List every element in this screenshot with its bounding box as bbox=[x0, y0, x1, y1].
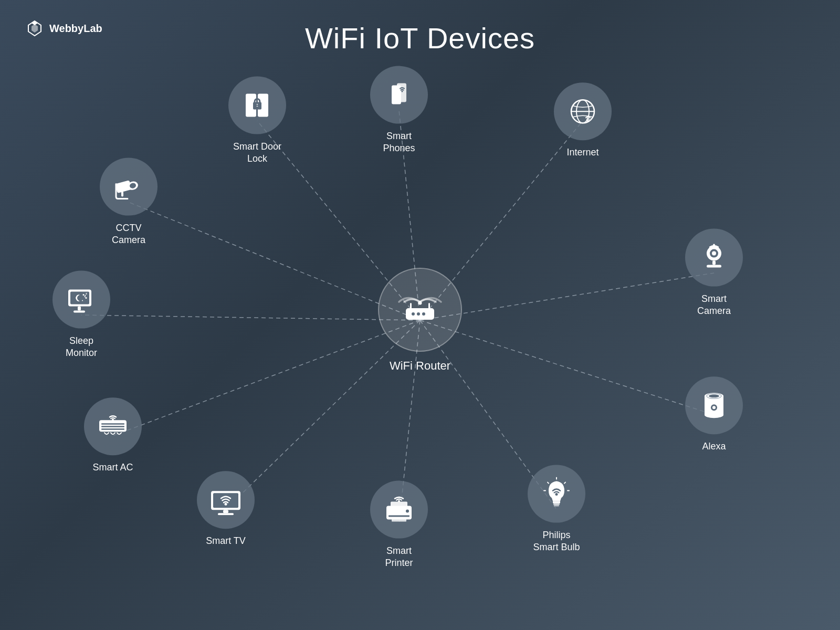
svg-rect-66 bbox=[213, 493, 238, 508]
node-smart-printer: SmartPrinter bbox=[370, 481, 428, 570]
svg-point-64 bbox=[712, 406, 716, 409]
smart-camera-circle bbox=[685, 229, 743, 287]
svg-rect-54 bbox=[101, 423, 124, 425]
internet-circle bbox=[554, 82, 612, 140]
alexa-circle bbox=[685, 376, 743, 434]
svg-rect-72 bbox=[392, 518, 406, 522]
smart-camera-label: SmartCamera bbox=[697, 293, 731, 318]
svg-line-8 bbox=[81, 315, 420, 320]
svg-line-9 bbox=[113, 320, 420, 436]
svg-rect-55 bbox=[101, 426, 124, 427]
smart-phones-circle bbox=[370, 66, 428, 124]
svg-rect-47 bbox=[74, 311, 85, 313]
node-internet: Internet bbox=[554, 82, 612, 159]
sleep-monitor-label: SleepMonitor bbox=[66, 335, 97, 360]
node-wifi-router: WiFi Router bbox=[378, 268, 462, 373]
svg-line-10 bbox=[420, 320, 714, 415]
svg-rect-17 bbox=[428, 303, 430, 309]
svg-point-60 bbox=[705, 412, 723, 418]
smart-printer-circle bbox=[370, 481, 428, 539]
svg-point-61 bbox=[709, 394, 719, 397]
smartphone-icon bbox=[383, 79, 415, 111]
svg-point-19 bbox=[417, 312, 420, 316]
smart-tv-label: Smart TV bbox=[206, 535, 246, 547]
node-sleep-monitor: z z SleepMonitor bbox=[52, 271, 110, 360]
philips-bulb-circle bbox=[528, 465, 585, 523]
door-lock-icon bbox=[242, 90, 273, 121]
svg-line-7 bbox=[420, 273, 714, 320]
cctv-camera-circle bbox=[100, 158, 158, 216]
node-smart-door-lock: Smart DoorLock bbox=[228, 77, 286, 165]
svg-point-33 bbox=[587, 120, 589, 122]
svg-rect-56 bbox=[101, 428, 124, 430]
ac-icon bbox=[96, 413, 130, 440]
svg-point-69 bbox=[225, 503, 227, 506]
svg-line-6 bbox=[129, 202, 420, 320]
node-smart-tv: Smart TV bbox=[197, 471, 255, 547]
node-alexa: Alexa bbox=[685, 376, 743, 453]
svg-point-75 bbox=[406, 510, 409, 513]
router-label: WiFi Router bbox=[390, 359, 450, 373]
diagram-container: .dashed-line { stroke: #aab5c0; stroke-w… bbox=[0, 68, 840, 630]
svg-rect-78 bbox=[554, 505, 559, 507]
svg-rect-16 bbox=[410, 303, 412, 309]
svg-line-81 bbox=[564, 482, 565, 484]
page-title: WiFi IoT Devices bbox=[0, 21, 840, 55]
smart-door-lock-label: Smart DoorLock bbox=[233, 141, 281, 165]
internet-label: Internet bbox=[566, 146, 598, 159]
node-smart-camera: SmartCamera bbox=[685, 229, 743, 318]
svg-point-14 bbox=[418, 301, 422, 305]
cctv-icon bbox=[112, 173, 145, 201]
svg-text:z: z bbox=[86, 292, 87, 295]
bulb-icon bbox=[541, 477, 572, 511]
svg-point-26 bbox=[257, 104, 259, 107]
philips-bulb-label: PhilipsSmart Bulb bbox=[533, 529, 580, 554]
svg-rect-76 bbox=[553, 501, 560, 503]
sleep-monitor-circle: z z bbox=[52, 271, 110, 329]
smart-tv-circle bbox=[197, 471, 255, 529]
svg-rect-37 bbox=[121, 192, 123, 197]
svg-point-57 bbox=[112, 418, 114, 421]
svg-rect-41 bbox=[712, 261, 716, 265]
node-smart-phones: SmartPhones bbox=[370, 66, 428, 155]
smart-ac-circle bbox=[84, 397, 142, 455]
svg-point-40 bbox=[712, 251, 716, 256]
svg-point-74 bbox=[398, 500, 400, 502]
svg-rect-67 bbox=[223, 510, 228, 513]
smart-ac-label: Smart AC bbox=[92, 461, 133, 474]
sleep-icon: z z bbox=[65, 285, 98, 315]
svg-point-79 bbox=[555, 493, 558, 496]
smart-phones-label: SmartPhones bbox=[383, 130, 415, 155]
svg-point-18 bbox=[412, 312, 415, 316]
svg-point-25 bbox=[255, 104, 257, 107]
webcam-icon bbox=[698, 242, 730, 274]
tv-icon bbox=[208, 485, 243, 515]
svg-rect-73 bbox=[388, 516, 410, 517]
alexa-label: Alexa bbox=[702, 440, 726, 453]
svg-line-82 bbox=[548, 482, 549, 484]
svg-rect-28 bbox=[397, 83, 406, 102]
svg-rect-71 bbox=[391, 502, 407, 507]
svg-rect-46 bbox=[78, 307, 81, 311]
alexa-icon bbox=[699, 388, 729, 422]
node-philips-bulb: PhilipsSmart Bulb bbox=[528, 465, 585, 554]
printer-icon bbox=[382, 495, 416, 525]
svg-point-29 bbox=[402, 91, 403, 92]
svg-point-43 bbox=[713, 244, 715, 246]
node-smart-ac: Smart AC bbox=[84, 397, 142, 474]
svg-rect-68 bbox=[218, 513, 234, 515]
svg-rect-42 bbox=[707, 265, 721, 268]
globe-icon bbox=[566, 94, 600, 128]
svg-point-50 bbox=[82, 300, 83, 301]
svg-rect-77 bbox=[553, 503, 560, 505]
smart-door-lock-circle bbox=[228, 77, 286, 134]
router-circle bbox=[378, 268, 462, 352]
cctv-camera-label: CCTVCamera bbox=[112, 222, 145, 247]
router-icon bbox=[396, 291, 444, 328]
svg-point-20 bbox=[422, 312, 425, 316]
smart-printer-label: SmartPrinter bbox=[385, 545, 413, 570]
node-cctv-camera: CCTVCamera bbox=[100, 158, 158, 247]
